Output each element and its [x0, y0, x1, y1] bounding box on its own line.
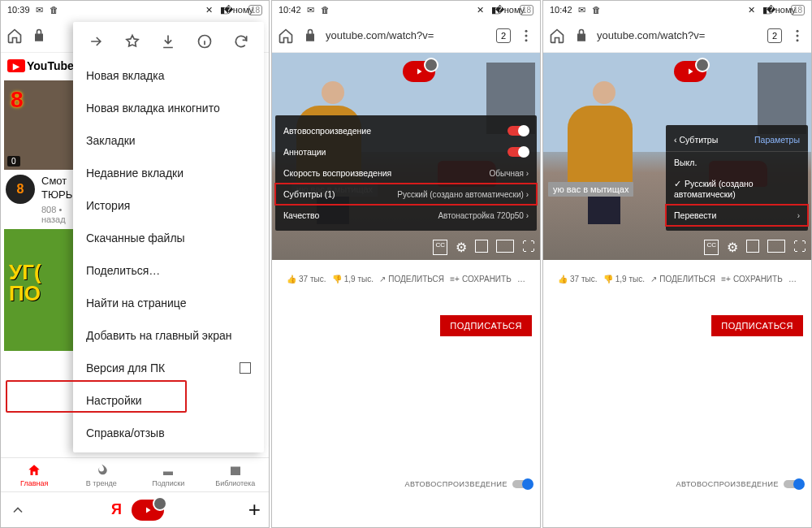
video-thumbnail-2[interactable]: УГ(ПО — [4, 229, 77, 351]
toggle-icon[interactable] — [784, 480, 803, 488]
subs-russian-auto[interactable]: ✓Русский (создано автоматически) — [666, 173, 808, 205]
more-button[interactable]: … — [788, 275, 797, 283]
save-button[interactable]: ≡+СОХРАНИТЬ — [450, 275, 511, 283]
lock-icon — [301, 27, 319, 45]
toggle-icon[interactable] — [512, 480, 532, 488]
reload-icon[interactable] — [231, 32, 251, 51]
fullscreen-icon[interactable]: ⛶ — [793, 240, 806, 255]
theater-icon[interactable] — [767, 240, 785, 253]
menu-bookmarks[interactable]: Закладки — [73, 124, 264, 157]
gear-icon[interactable]: ⚙ — [727, 240, 738, 255]
video-player[interactable]: ию вас в мытищах Автовоспроизведение Анн… — [272, 53, 540, 260]
menu-history[interactable]: История — [73, 189, 264, 222]
home-icon[interactable] — [548, 27, 566, 45]
theater-icon[interactable] — [496, 240, 514, 253]
forward-icon[interactable] — [86, 32, 106, 51]
svg-point-2 — [525, 34, 528, 37]
more-button[interactable]: … — [517, 275, 525, 283]
envelope-icon: ✉ — [306, 5, 316, 15]
tab-count[interactable]: 2 — [496, 28, 511, 43]
phone-screenshot-2: 10:42 ✉ 🗑 ✕ ◧ �ному 18 youtube.com/watch… — [271, 0, 541, 528]
clock: 10:39 — [7, 5, 30, 15]
svg-point-1 — [525, 29, 528, 32]
check-icon: ✓ — [674, 179, 681, 188]
menu-settings[interactable]: Настройки — [73, 384, 264, 417]
save-button[interactable]: ≡+СОХРАНИТЬ — [721, 275, 782, 283]
info-icon[interactable] — [195, 32, 214, 51]
share-icon: ↗ — [650, 275, 657, 283]
setting-speed[interactable]: Скорость воспроизведенияОбычная › — [275, 162, 537, 184]
subscribe-button[interactable]: ПОДПИСАТЬСЯ — [440, 315, 532, 336]
miniplayer-icon[interactable] — [475, 240, 488, 253]
setting-autoplay[interactable]: Автовоспроизведение — [275, 120, 537, 141]
tab-count[interactable]: 2 — [767, 28, 782, 43]
page-content: ую вас в мытищах ‹ СубтитрыПараметры Вык… — [543, 53, 811, 491]
nav-home[interactable]: Главная — [1, 458, 68, 491]
player-controls: CC ⚙ ⛶ — [704, 240, 806, 255]
page-content: ию вас в мытищах Автовоспроизведение Анн… — [272, 53, 540, 491]
svg-point-4 — [797, 29, 799, 32]
svg-point-6 — [797, 39, 799, 41]
video-thumbnail[interactable]: 8 0 — [4, 80, 77, 170]
toggle-icon[interactable] — [508, 147, 529, 157]
setting-subtitles[interactable]: Субтитры (1)Русский (создано автоматичес… — [275, 184, 537, 205]
gear-icon[interactable]: ⚙ — [456, 240, 467, 255]
chevron-up-icon[interactable] — [9, 501, 27, 519]
back-label[interactable]: ‹ Субтитры — [674, 135, 718, 145]
subscribe-button[interactable]: ПОДПИСАТЬСЯ — [711, 315, 803, 336]
cc-icon[interactable]: CC — [704, 240, 719, 255]
youtube-logo[interactable]: ▶ YouTube — [7, 59, 74, 72]
browser-toolbar: youtube.com/watch?v= 2 — [543, 19, 811, 53]
subs-translate[interactable]: Перевести› — [666, 205, 808, 226]
menu-add-home[interactable]: Добавить на главный экран — [73, 319, 264, 352]
menu-desktop-site[interactable]: Версия для ПК — [73, 352, 264, 384]
nav-library[interactable]: Библиотека — [202, 458, 270, 491]
cc-icon[interactable]: CC — [433, 240, 447, 255]
menu-new-incognito[interactable]: Новая вкладка инкогнито — [73, 92, 264, 124]
like-button[interactable]: 👍37 тыс. — [558, 275, 597, 283]
autoplay-toggle[interactable]: АВТОВОСПРОИЗВЕДЕНИЕ — [405, 480, 532, 488]
menu-help[interactable]: Справка/отзыв — [73, 417, 264, 449]
dislike-button[interactable]: 👎1,9 тыс. — [332, 275, 374, 283]
subtitles-submenu: ‹ СубтитрыПараметры Выкл. ✓Русский (созд… — [666, 125, 808, 231]
nav-trending[interactable]: В тренде — [68, 458, 136, 491]
setting-annotations[interactable]: Аннотации — [275, 141, 537, 162]
subs-off[interactable]: Выкл. — [666, 152, 808, 173]
setting-quality[interactable]: КачествоАвтонастройка 720p50 › — [275, 205, 537, 226]
nav-subscriptions[interactable]: Подписки — [135, 458, 202, 491]
like-button[interactable]: 👍37 тыс. — [287, 275, 326, 283]
menu-share[interactable]: Поделиться… — [73, 254, 264, 287]
home-icon[interactable] — [277, 27, 295, 45]
star-icon[interactable] — [123, 32, 142, 51]
channel-avatar[interactable]: 8 — [6, 175, 35, 204]
toggle-icon[interactable] — [508, 126, 529, 136]
home-icon[interactable] — [6, 27, 24, 45]
dock-youtube-tab[interactable] — [674, 61, 706, 82]
miniplayer-icon[interactable] — [746, 240, 759, 253]
status-bar: 10:42 ✉ 🗑 ✕ ◧ �ному 18 — [272, 1, 540, 19]
menu-new-tab[interactable]: Новая вкладка — [73, 59, 264, 92]
share-button[interactable]: ↗ПОДЕЛИТЬСЯ — [650, 275, 715, 283]
dislike-button[interactable]: 👎1,9 тыс. — [603, 275, 645, 283]
checkbox-icon[interactable] — [240, 362, 251, 374]
dock-youtube-tab[interactable] — [132, 500, 164, 521]
clock: 10:42 — [279, 5, 301, 15]
dnd-icon: ✕ — [205, 5, 214, 15]
params-link[interactable]: Параметры — [754, 135, 800, 145]
address-bar[interactable]: youtube.com/watch?v= — [597, 29, 761, 41]
more-vert-icon[interactable] — [517, 27, 535, 45]
share-button[interactable]: ↗ПОДЕЛИТЬСЯ — [379, 275, 444, 283]
fullscreen-icon[interactable]: ⛶ — [522, 240, 535, 255]
yandex-logo-icon[interactable]: Я — [111, 501, 122, 518]
menu-find[interactable]: Найти на странице — [73, 287, 264, 319]
plus-icon[interactable]: + — [248, 497, 261, 522]
more-vert-icon[interactable] — [788, 27, 806, 45]
menu-downloads[interactable]: Скачанные файлы — [73, 222, 264, 254]
address-bar[interactable]: youtube.com/watch?v= — [326, 29, 490, 41]
menu-recent-tabs[interactable]: Недавние вкладки — [73, 157, 264, 189]
wifi-icon: �ному — [776, 5, 786, 15]
dock-youtube-tab[interactable] — [403, 61, 435, 82]
download-icon[interactable] — [158, 32, 178, 51]
autoplay-toggle[interactable]: АВТОВОСПРОИЗВЕДЕНИЕ — [676, 480, 803, 488]
video-player[interactable]: ую вас в мытищах ‹ СубтитрыПараметры Вык… — [543, 53, 811, 260]
